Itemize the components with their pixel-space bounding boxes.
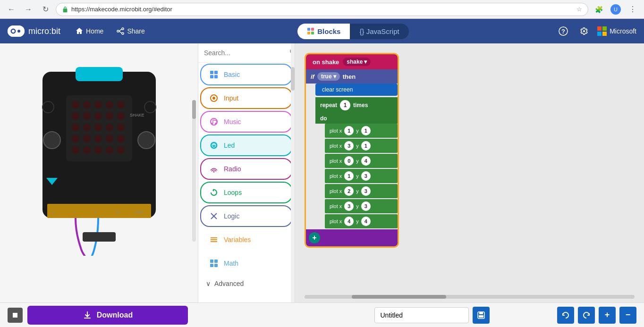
share-icon — [117, 27, 124, 35]
plot-row-3[interactable]: plot x 1 y 3 — [325, 169, 398, 183]
extensions-button[interactable]: 🧩 — [592, 3, 605, 16]
plot-rows: plot x 1 y 1 plot x 3 y 1 plot x 0 y 4 p… — [306, 124, 398, 228]
zoom-in-button[interactable]: + — [599, 307, 616, 324]
redo-button[interactable] — [578, 307, 595, 324]
svg-point-5 — [122, 33, 124, 34]
bottom-center — [212, 307, 551, 324]
block-on-shake[interactable]: on shake shake ▾ — [306, 54, 398, 69]
svg-point-18 — [72, 101, 79, 109]
grid-icon — [210, 70, 218, 79]
redo-icon — [582, 311, 591, 319]
logic-icon — [209, 211, 219, 221]
svg-point-42 — [117, 146, 125, 154]
blocks-scrollbar[interactable] — [291, 43, 295, 302]
block-repeat[interactable]: repeat 1 times — [315, 97, 398, 113]
svg-point-4 — [122, 28, 124, 30]
workspace[interactable]: on shake shake ▾ if true ▾ then — [295, 43, 644, 302]
settings-button[interactable] — [576, 24, 592, 39]
svg-point-71 — [213, 171, 215, 173]
sim-bottom: Download — [8, 306, 206, 325]
svg-text:2: 2 — [94, 210, 97, 214]
home-button[interactable]: Home — [70, 25, 109, 38]
menu-button[interactable]: ⋮ — [626, 3, 639, 16]
plot-row-2[interactable]: plot x 0 y 4 — [325, 154, 398, 168]
forward-button[interactable]: → — [22, 3, 35, 16]
svg-point-37 — [117, 135, 125, 143]
settings-icon — [579, 26, 589, 36]
category-led[interactable]: Led — [200, 134, 293, 156]
category-basic[interactable]: Basic — [200, 64, 293, 85]
svg-line-8 — [119, 31, 122, 34]
bottom-bar: Download + − — [0, 302, 644, 327]
back-button[interactable]: ← — [5, 3, 18, 16]
blocks-icon — [307, 27, 314, 35]
svg-point-33 — [72, 135, 79, 143]
bottom-right: + − — [557, 307, 636, 324]
microbit-device: SHAKE 0 1 2 3V GND — [38, 53, 161, 256]
svg-point-22 — [117, 101, 125, 109]
svg-point-23 — [72, 112, 79, 120]
blocks-search — [198, 43, 295, 63]
svg-text:3V: 3V — [116, 210, 120, 214]
svg-point-45 — [138, 132, 155, 149]
undo-button[interactable] — [557, 307, 574, 324]
save-button[interactable] — [473, 307, 490, 324]
category-math[interactable]: Math — [200, 252, 293, 274]
category-advanced[interactable]: ∨ Advanced — [198, 275, 295, 292]
svg-rect-84 — [479, 315, 483, 318]
project-name-input[interactable] — [374, 307, 469, 323]
svg-point-2 — [12, 30, 15, 33]
category-logic[interactable]: Logic — [200, 205, 293, 227]
plot-row-4[interactable]: plot x 2 y 3 — [325, 184, 398, 198]
category-music[interactable]: Music — [200, 111, 293, 133]
plot-row-1[interactable]: plot x 3 y 1 — [325, 139, 398, 153]
workspace-scrollbar[interactable] — [305, 295, 635, 299]
svg-point-3 — [17, 30, 20, 33]
repeat-number[interactable]: 1 — [340, 100, 350, 110]
svg-point-35 — [94, 135, 102, 143]
header-right: ? Microsoft — [556, 24, 636, 39]
svg-point-32 — [117, 124, 125, 131]
reload-button[interactable]: ↻ — [39, 3, 52, 16]
tab-blocks[interactable]: Blocks — [297, 24, 350, 39]
block-bottom: + — [306, 229, 398, 246]
true-dropdown[interactable]: true ▾ — [317, 72, 340, 81]
blocks-workspace: on shake shake ▾ if true ▾ then — [305, 53, 399, 248]
profile-button[interactable]: U — [609, 3, 622, 16]
block-clear-screen[interactable]: clear screen — [315, 84, 398, 96]
shake-dropdown[interactable]: shake ▾ — [343, 58, 371, 66]
outer-block-container: on shake shake ▾ if true ▾ then — [305, 53, 399, 248]
main-area: SHAKE 0 1 2 3V GND — [0, 43, 644, 302]
sim-toggle-button[interactable] — [8, 308, 23, 323]
category-loops[interactable]: Loops — [200, 182, 293, 203]
zoom-out-button[interactable]: − — [619, 307, 636, 324]
download-button[interactable]: Download — [27, 306, 188, 325]
led-icon — [209, 140, 219, 151]
search-input[interactable] — [204, 49, 287, 57]
plot-row-5[interactable]: plot x 3 y 3 — [325, 199, 398, 213]
block-if[interactable]: if true ▾ then — [306, 69, 398, 84]
plot-row-6[interactable]: plot x 4 y 4 — [325, 214, 398, 228]
simulator-panel: SHAKE 0 1 2 3V GND — [0, 43, 198, 302]
tab-javascript[interactable]: {} JavaScript — [350, 24, 408, 39]
svg-point-44 — [43, 132, 60, 149]
plot-row-0[interactable]: plot x 1 y 1 — [325, 124, 398, 138]
category-variables[interactable]: Variables — [200, 229, 293, 251]
category-input[interactable]: Input — [200, 87, 293, 109]
add-block-button[interactable]: + — [309, 232, 320, 243]
svg-point-21 — [106, 101, 113, 109]
svg-text:?: ? — [561, 28, 565, 35]
svg-rect-11 — [307, 32, 310, 34]
bookmark-icon[interactable]: ☆ — [576, 6, 582, 13]
address-bar[interactable]: https://makecode.microbit.org/#editor ☆ — [56, 3, 588, 16]
simulator-scrollbar[interactable] — [192, 100, 196, 242]
category-radio[interactable]: Radio — [200, 158, 293, 180]
share-button[interactable]: Share — [111, 25, 150, 38]
loops-icon — [209, 187, 219, 198]
help-button[interactable]: ? — [556, 24, 571, 39]
svg-point-28 — [72, 124, 79, 131]
help-icon: ? — [559, 26, 568, 36]
svg-point-26 — [106, 112, 113, 120]
math-icon — [209, 258, 219, 268]
svg-rect-16 — [76, 67, 123, 81]
